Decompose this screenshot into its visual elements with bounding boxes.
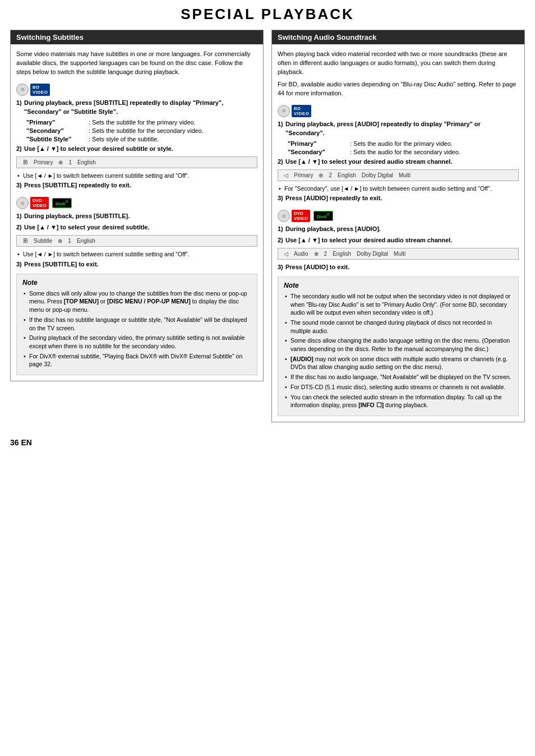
- audio-note-bullet4: [AUDIO] may not work on some discs with …: [284, 355, 513, 371]
- dvd-subtitle-step2: Use [▲ / ▼] to select your desired subti…: [16, 223, 257, 232]
- bd-subtitle-step2: Use [▲ / ▼] to select your desired subti…: [16, 145, 257, 154]
- option-subtitle-style: "Subtitle Style" : Sets style of the sub…: [26, 136, 257, 142]
- audio-note-bullet3: Some discs allow changing the audio lang…: [284, 336, 513, 353]
- bar-num: 1: [68, 159, 72, 165]
- bd-audio-step2-list: Use [▲ / ▼] to select your desired audio…: [278, 158, 519, 167]
- bd-audio-step3: Press [AUDIO] repeatedly to exit.: [278, 194, 519, 203]
- dvd-audio-step1: During playback, press [AUDIO].: [278, 225, 519, 234]
- subtitle-note-bullet3: During playback of the secondary video, …: [22, 334, 251, 350]
- bd-audio-step3-list: Press [AUDIO] repeatedly to exit.: [278, 194, 519, 203]
- dvd-subtitle-step1: During playback, press [SUBTITLE].: [16, 212, 257, 221]
- dvd-subtitle-steps: During playback, press [SUBTITLE]. Use […: [16, 212, 257, 232]
- dvd-bar-num: 1: [68, 238, 71, 244]
- bar-lang: English: [77, 159, 96, 165]
- dvd-audio-step3: Press [AUDIO] to exit.: [278, 263, 519, 272]
- dvd-subtitle-step3: Press [SUBTITLE] to exit.: [16, 260, 257, 269]
- subtitle-note-title: Note: [22, 279, 251, 287]
- audio-intro2: For BD, available audio varies depending…: [278, 80, 519, 98]
- dvd-audio-bar-num: 2: [324, 251, 328, 257]
- subtitle-note-bullet4: For DivX® external subtitle, "Playing Ba…: [22, 352, 251, 368]
- subtitle-note-bullet2: If the disc has no subtitle language or …: [22, 316, 251, 332]
- bd-audio-bar-primary: Primary: [294, 172, 313, 178]
- bd-audio-bullet1: For "Secondary", use [◄ / ►] to switch b…: [278, 185, 519, 193]
- option-subtitle-style-desc: : Sets style of the subtitle.: [89, 136, 257, 142]
- bd-audio-options: "Primary" : Sets the audio for the prima…: [288, 140, 519, 155]
- dvd-audio-bar-format: Dolby Digital: [357, 251, 388, 257]
- audio-option-primary: "Primary" : Sets the audio for the prima…: [288, 140, 519, 147]
- subtitle-note-bullet1: Some discs will only allow you to change…: [22, 289, 251, 314]
- audio-option-secondary-label: "Secondary": [288, 149, 347, 155]
- bd-audio-step1: During playback, press [AUDIO] repeatedl…: [278, 120, 519, 138]
- dvd-bar-lang: English: [77, 238, 95, 244]
- option-secondary-desc: : Sets the subtitle for the secondary vi…: [89, 127, 257, 134]
- switching-subtitles-section: Switching Subtitles Some video materials…: [10, 30, 264, 381]
- bd-subtitle-step3: Press [SUBTITLE] repeatedly to exit.: [16, 181, 257, 190]
- audio-option-primary-label: "Primary": [288, 140, 347, 147]
- bd-audio-bar-multi: Multi: [399, 172, 411, 178]
- audio-note-title: Note: [284, 282, 513, 289]
- option-secondary: "Secondary" : Sets the subtitle for the …: [26, 127, 257, 134]
- switching-audio-section: Switching Audio Soundtrack When playing …: [271, 30, 525, 422]
- audio-note-bullet6: For DTS-CD (5.1 music disc), selecting a…: [284, 383, 513, 391]
- left-column: Switching Subtitles Some video materials…: [10, 30, 264, 387]
- subtitles-section-body: Some video materials may have subtitles …: [11, 44, 263, 381]
- bd-audio-display-bar: ◁ Primary ⊕ 2 English Dolby Digital Mult…: [278, 169, 519, 181]
- option-subtitle-style-label: "Subtitle Style": [26, 136, 85, 142]
- bd-subtitle-steps: During playback, press [SUBTITLE] repeat…: [16, 99, 257, 117]
- audio-section-header: Switching Audio Soundtrack: [272, 30, 524, 44]
- dvd-subtitle-display-bar: 🖹 Subtitle ⊕ 1 English: [16, 235, 257, 247]
- audio-option-secondary: "Secondary" : Sets the audio for the sec…: [288, 149, 519, 155]
- bd-icon-subtitle: ⊙ BDVIDEO: [16, 84, 50, 96]
- option-secondary-label: "Secondary": [26, 127, 85, 134]
- bd-subtitle-step1: During playback, press [SUBTITLE] repeat…: [16, 99, 257, 117]
- dvd-audio-display-bar: ◁ Audio ⊕ 2 English Dolby Digital Multi: [278, 248, 519, 260]
- dvd-audio-bar-settings: ⊕: [314, 251, 319, 257]
- bd-badge: BDVIDEO: [30, 84, 50, 96]
- bd-audio-disc-icon: ⊙: [278, 105, 290, 117]
- bar-icon: 🖹: [22, 159, 28, 165]
- disc-icon: ⊙: [16, 84, 29, 96]
- audio-note-bullet1: The secondary audio will not be output w…: [284, 292, 513, 317]
- audio-option-primary-desc: : Sets the audio for the primary video.: [350, 140, 519, 147]
- bd-audio-bar-format: Dolby Digital: [362, 172, 393, 178]
- dvd-audio-bar-label: Audio: [294, 251, 308, 257]
- dvd-divx-icon: ⊙ DVDVIDEO DivX®: [16, 197, 72, 209]
- dvd-audio-badge: DVDVIDEO: [292, 210, 310, 222]
- dvd-disc-icon: ⊙: [16, 197, 29, 209]
- bd-audio-bar-lang: English: [338, 172, 356, 178]
- dvd-bar-icon: 🖹: [22, 238, 28, 244]
- bar-settings: ⊕: [58, 159, 63, 165]
- page-title: SPECIAL PLAYBACK: [10, 6, 525, 23]
- dvd-audio-bar-lang: English: [333, 251, 351, 257]
- audio-note-bullet2: The sound mode cannot be changed during …: [284, 319, 513, 335]
- bd-subtitle-options: "Primary" : Sets the subtitle for the pr…: [26, 119, 257, 142]
- audio-note-bullet5: If the disc has no audio language, "Not …: [284, 373, 513, 381]
- dvd-audio-disc-icon: ⊙: [278, 210, 290, 222]
- dvd-subtitle-step3-list: Press [SUBTITLE] to exit.: [16, 260, 257, 269]
- bd-audio-bar-settings: ⊕: [319, 172, 323, 178]
- right-column: Switching Audio Soundtrack When playing …: [271, 30, 525, 428]
- audio-note-box: Note The secondary audio will not be out…: [278, 276, 519, 416]
- subtitle-note-box: Note Some discs will only allow you to c…: [16, 274, 257, 375]
- bd-audio-bar-icon: ◁: [284, 172, 288, 178]
- audio-section-body: When playing back video material recorde…: [272, 44, 524, 422]
- bd-audio-step1-list: During playback, press [AUDIO] repeatedl…: [278, 120, 519, 138]
- dvd-audio-bar-multi: Multi: [394, 251, 405, 257]
- option-primary-desc: : Sets the subtitle for the primary vide…: [89, 119, 257, 126]
- divx-badge: DivX®: [52, 198, 72, 208]
- dvd-audio-steps: During playback, press [AUDIO]. Use [▲ /…: [278, 225, 519, 245]
- dvd-subtitle-bullet1: Use [◄ / ►] to switch between current su…: [16, 250, 257, 259]
- audio-intro1: When playing back video material recorde…: [278, 50, 519, 77]
- audio-option-secondary-desc: : Sets the audio for the secondary video…: [350, 149, 519, 155]
- bar-primary: Primary: [34, 159, 53, 165]
- bd-subtitle-step3-list: Press [SUBTITLE] repeatedly to exit.: [16, 181, 257, 190]
- dvd-bar-subtitle: Subtitle: [34, 238, 52, 244]
- subtitles-intro: Some video materials may have subtitles …: [16, 50, 257, 77]
- page-footer: 36 EN: [10, 438, 525, 447]
- option-primary: "Primary" : Sets the subtitle for the pr…: [26, 119, 257, 126]
- subtitles-section-header: Switching Subtitles: [11, 30, 263, 44]
- bd-subtitle-step2-list: Use [▲ / ▼] to select your desired subti…: [16, 145, 257, 154]
- divx-audio-badge: DivX®: [313, 211, 333, 221]
- bd-audio-step2: Use [▲ / ▼] to select your desired audio…: [278, 158, 519, 167]
- dvd-audio-bar-icon: ◁: [284, 251, 288, 257]
